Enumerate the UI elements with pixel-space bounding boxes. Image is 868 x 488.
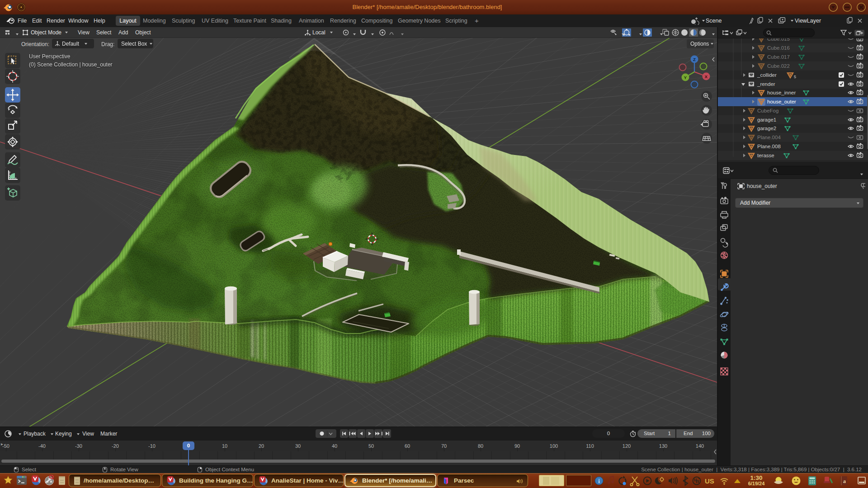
svg-text:garage2: garage2 — [757, 126, 776, 131]
svg-text:_render: _render — [757, 81, 775, 87]
svg-text:Plane.004: Plane.004 — [757, 135, 781, 140]
svg-text:Cube.022: Cube.022 — [767, 63, 790, 69]
svg-text:Cube.016: Cube.016 — [767, 45, 790, 51]
svg-text:Cube.015: Cube.015 — [767, 38, 790, 42]
svg-text:Plane.008: Plane.008 — [757, 144, 781, 149]
svg-text:_collider: _collider — [757, 72, 777, 78]
svg-text:terasse: terasse — [757, 153, 774, 158]
svg-text:5: 5 — [794, 75, 796, 79]
svg-text:house_inner: house_inner — [767, 90, 796, 95]
svg-text:Cube.017: Cube.017 — [767, 54, 790, 60]
svg-text:house_outer: house_outer — [767, 99, 796, 104]
svg-text:CubeFog: CubeFog — [757, 108, 778, 113]
svg-text:X: X — [705, 74, 708, 79]
svg-text:garage1: garage1 — [757, 117, 776, 122]
svg-text:i: i — [598, 478, 600, 484]
svg-text:Y: Y — [684, 75, 687, 80]
svg-text:Z: Z — [693, 57, 696, 62]
svg-text:US: US — [705, 477, 714, 485]
svg-text:a: a — [843, 478, 846, 484]
